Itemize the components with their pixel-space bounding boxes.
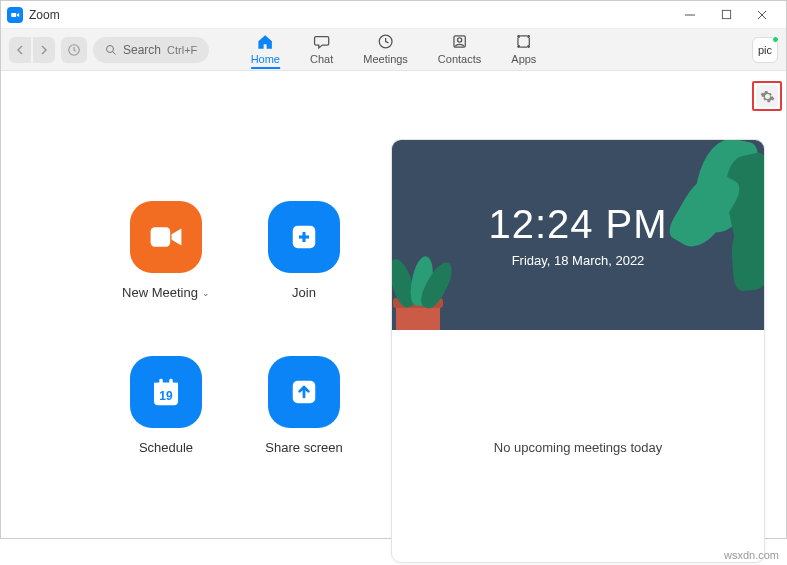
- svg-rect-2: [722, 10, 730, 18]
- new-meeting-button[interactable]: [130, 201, 202, 273]
- share-up-icon: [289, 377, 319, 407]
- nav-back-forward: [9, 37, 55, 63]
- app-window: Zoom Search Ctrl+: [0, 0, 787, 539]
- forward-button[interactable]: [33, 37, 55, 63]
- maximize-button[interactable]: [716, 5, 736, 25]
- tab-contacts[interactable]: Contacts: [438, 31, 481, 69]
- contacts-icon: [451, 33, 469, 51]
- share-screen-button[interactable]: [268, 356, 340, 428]
- close-button[interactable]: [752, 5, 772, 25]
- new-meeting-label: New Meeting: [122, 285, 198, 300]
- chat-icon: [313, 33, 331, 51]
- history-button[interactable]: [61, 37, 87, 63]
- search-shortcut: Ctrl+F: [167, 44, 197, 56]
- action-join: Join: [239, 201, 369, 300]
- svg-point-12: [528, 36, 530, 38]
- minimize-button[interactable]: [680, 5, 700, 25]
- back-button[interactable]: [9, 37, 31, 63]
- nav-tabs: Home Chat Meetings Contacts: [251, 31, 537, 69]
- plus-icon: [289, 222, 319, 252]
- tab-home-label: Home: [251, 53, 280, 65]
- search-label: Search: [123, 43, 161, 57]
- svg-rect-22: [169, 379, 172, 386]
- svg-text:19: 19: [159, 389, 173, 403]
- svg-point-11: [518, 36, 520, 38]
- svg-line-7: [113, 51, 116, 54]
- svg-point-10: [457, 38, 461, 42]
- profile-avatar[interactable]: pic: [752, 37, 778, 63]
- schedule-button[interactable]: 19: [130, 356, 202, 428]
- calendar-icon: 19: [150, 376, 182, 408]
- window-controls: [680, 5, 780, 25]
- plant-decoration-left: [392, 218, 462, 330]
- tab-meetings[interactable]: Meetings: [363, 31, 408, 69]
- toolbar: Search Ctrl+F Home Chat Meetings: [1, 29, 786, 71]
- no-meetings-text: No upcoming meetings today: [494, 440, 662, 455]
- settings-highlight: [752, 81, 782, 111]
- plant-decoration-right: [662, 140, 764, 300]
- search-icon: [105, 44, 117, 56]
- tab-apps[interactable]: Apps: [511, 31, 536, 69]
- apps-icon: [515, 33, 533, 51]
- panel-time: 12:24 PM: [488, 202, 667, 247]
- presence-dot-icon: [772, 36, 779, 43]
- calendar-panel: 12:24 PM Friday, 18 March, 2022 No upcom…: [391, 139, 765, 563]
- svg-rect-15: [151, 227, 171, 247]
- panel-body: No upcoming meetings today: [392, 330, 764, 563]
- titlebar: Zoom: [1, 1, 786, 29]
- avatar-text: pic: [758, 44, 772, 56]
- svg-point-14: [528, 46, 530, 48]
- meetings-icon: [377, 33, 395, 51]
- action-new-meeting: New Meeting ⌄: [101, 201, 231, 300]
- svg-point-13: [518, 46, 520, 48]
- tab-apps-label: Apps: [511, 53, 536, 65]
- share-screen-label: Share screen: [265, 440, 342, 455]
- join-button[interactable]: [268, 201, 340, 273]
- panel-hero: 12:24 PM Friday, 18 March, 2022: [392, 140, 764, 330]
- tab-chat-label: Chat: [310, 53, 333, 65]
- search-input[interactable]: Search Ctrl+F: [93, 37, 209, 63]
- tab-meetings-label: Meetings: [363, 53, 408, 65]
- video-icon: [149, 223, 183, 251]
- watermark: wsxdn.com: [724, 549, 779, 561]
- svg-point-6: [107, 45, 114, 52]
- new-meeting-label-row[interactable]: New Meeting ⌄: [122, 285, 210, 300]
- chevron-down-icon: ⌄: [202, 288, 210, 298]
- quick-actions: New Meeting ⌄ Join 19 Schedule: [101, 201, 369, 455]
- schedule-label: Schedule: [139, 440, 193, 455]
- tab-home[interactable]: Home: [251, 31, 280, 69]
- panel-date: Friday, 18 March, 2022: [512, 253, 645, 268]
- tab-contacts-label: Contacts: [438, 53, 481, 65]
- window-title: Zoom: [29, 8, 60, 22]
- action-share-screen: Share screen: [239, 356, 369, 455]
- tab-chat[interactable]: Chat: [310, 31, 333, 69]
- gear-icon: [760, 89, 775, 104]
- join-label: Join: [292, 285, 316, 300]
- zoom-app-icon: [7, 7, 23, 23]
- home-icon: [256, 33, 274, 51]
- svg-rect-0: [11, 12, 16, 16]
- settings-button[interactable]: [756, 85, 778, 107]
- main-content: New Meeting ⌄ Join 19 Schedule: [1, 71, 786, 538]
- svg-rect-21: [159, 379, 162, 386]
- action-schedule: 19 Schedule: [101, 356, 231, 455]
